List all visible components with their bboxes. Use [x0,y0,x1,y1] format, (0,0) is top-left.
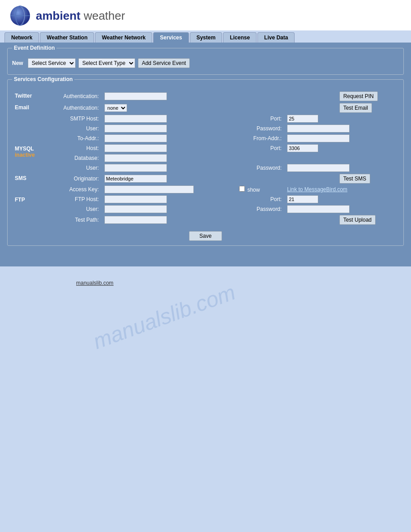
ftp-port-input[interactable] [287,195,318,203]
email-user-label: User: [43,124,102,133]
sms-access-key-input[interactable] [104,185,194,193]
sms-access-key-label: Access Key: [43,184,102,194]
mysql-row-user: User: Password: [12,163,399,173]
email-password-input[interactable] [287,124,350,133]
mysql-password-input[interactable] [287,164,350,172]
tab-services[interactable]: Services [153,32,188,43]
twitter-auth-label: Authentication: [43,90,102,102]
email-row-smtp: SMTP Host: Port: [12,114,399,124]
email-port-label: Port: [236,114,284,124]
email-from-addr-label: From-Addr.: [236,133,284,143]
email-auth-label: Authentication: [43,102,102,114]
email-password-label: Password: [236,124,284,133]
email-user-input[interactable] [104,124,167,133]
ftp-user-label: User: [43,204,102,214]
main-content: Event Definition New Select Service Sele… [0,43,411,266]
email-to-addr-label: To-Addr.: [43,133,102,143]
ftp-label: FTP [12,194,43,226]
mysql-label: MYSQL inactive [12,143,43,173]
tab-weather-network[interactable]: Weather Network [95,32,152,43]
request-pin-button[interactable]: Request PIN [339,91,378,101]
tab-live-data[interactable]: Live Data [257,32,295,43]
select-event-dropdown[interactable]: Select Event Type [78,58,135,68]
email-to-addr-input[interactable] [104,134,167,142]
mysql-user-label: User: [43,163,102,173]
email-label: Email [12,102,43,143]
sms-originator-input[interactable] [104,175,167,183]
tab-license[interactable]: License [223,32,257,43]
test-sms-button[interactable]: Test SMS [339,174,370,184]
ftp-host-input[interactable] [104,195,167,203]
ftp-host-label: FTP Host: [43,194,102,204]
mysql-port-label: Port: [236,143,284,153]
email-smtp-host-input[interactable] [104,115,167,123]
ftp-test-path-label: Test Path: [43,214,102,226]
email-smtp-host-label: SMTP Host: [43,114,102,124]
services-configuration-section: Services Configuration Twitter Authentic… [7,79,404,246]
twitter-label: Twitter [12,90,43,102]
nav-tabs: Network Weather Station Weather Network … [0,30,411,43]
mysql-user-input[interactable] [104,164,167,172]
sms-originator-label: Originator: [43,173,102,184]
manualslib-link[interactable]: manualslib.com [76,280,113,286]
nav-area: Network Weather Station Weather Network … [0,30,411,43]
email-row-auth: Email Authentication: none SSL TLS Test … [12,102,399,114]
ftp-password-label: Password: [236,204,284,214]
tab-weather-station[interactable]: Weather Station [40,32,94,43]
twitter-auth-input[interactable] [104,92,167,100]
tab-system[interactable]: System [190,32,223,43]
ftp-user-input[interactable] [104,205,167,213]
config-table: Twitter Authentication: Request PIN Emai… [12,90,399,226]
mysql-host-input[interactable] [104,144,167,152]
sms-show-checkbox[interactable] [239,186,245,192]
sms-messagebird-link[interactable]: Link to MessageBird.com [287,186,347,193]
email-row-addr: To-Addr.: From-Addr.: [12,133,399,143]
new-label: New [12,60,23,66]
header: ambient weather [0,0,411,30]
email-auth-select[interactable]: none SSL TLS [104,104,127,112]
test-email-button[interactable]: Test Email [339,103,372,113]
tab-network[interactable]: Network [4,32,39,43]
mysql-host-label: Host: [43,143,102,153]
mysql-database-label: Database: [43,153,102,163]
event-definition-title: Event Definition [12,45,56,51]
ftp-row-user: User: Password: [12,204,399,214]
select-service-dropdown[interactable]: Select Service [28,58,76,68]
email-port-input[interactable] [287,115,318,123]
ftp-row-test-path: Test Path: Test Upload [12,214,399,226]
logo-icon [9,4,31,27]
event-definition-section: Event Definition New Select Service Sele… [7,48,404,75]
mysql-row-database: Database: [12,153,399,163]
email-row-user: User: Password: [12,124,399,133]
sms-show-label: show [247,187,260,193]
add-service-event-button[interactable]: Add Service Event [138,58,190,68]
test-upload-button[interactable]: Test Upload [339,215,376,225]
sms-row-access-key: Access Key: show Link to MessageBird.com [12,184,399,194]
ftp-port-label: Port: [236,194,284,204]
watermark: manualslib.com [90,280,239,354]
save-button[interactable]: Save [189,231,222,241]
twitter-row: Twitter Authentication: Request PIN [12,90,399,102]
sms-label: SMS [12,173,43,194]
services-configuration-title: Services Configuration [12,76,74,82]
mysql-port-input[interactable] [287,144,318,152]
event-definition-row: New Select Service Select Event Type Add… [12,55,399,70]
mysql-database-input[interactable] [104,154,167,162]
ftp-password-input[interactable] [287,205,350,213]
email-from-addr-input[interactable] [287,134,350,142]
logo-text: ambient weather [36,9,125,23]
save-area: Save [12,231,399,241]
logo-area: ambient weather [9,4,402,27]
mysql-password-label: Password: [236,163,284,173]
bottom-link[interactable]: manualslib.com [76,280,411,286]
sms-row-originator: SMS Originator: Test SMS [12,173,399,184]
ftp-row-host: FTP FTP Host: Port: [12,194,399,204]
mysql-row-host: MYSQL inactive Host: Port: [12,143,399,153]
ftp-test-path-input[interactable] [104,216,167,224]
